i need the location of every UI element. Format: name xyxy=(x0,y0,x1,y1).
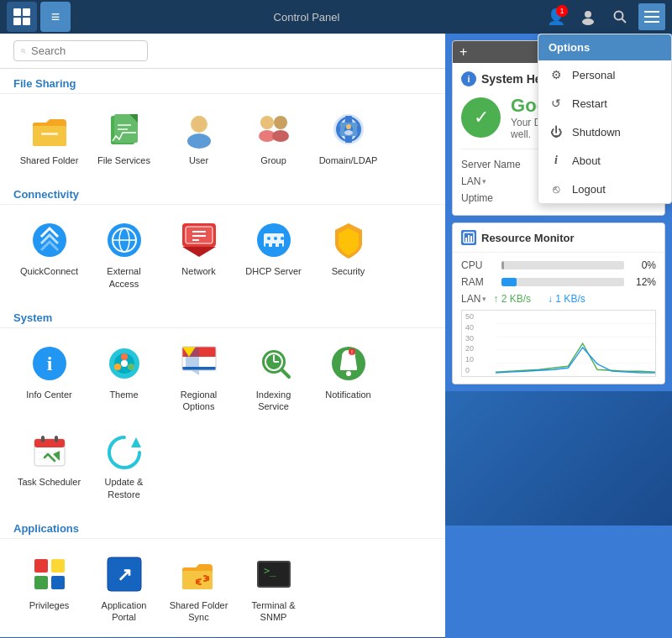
notification-icon[interactable]: 👤 1 xyxy=(543,3,570,30)
options-shutdown[interactable]: ⏻ Shutdown xyxy=(538,118,671,146)
user-icon[interactable] xyxy=(575,3,601,30)
icon-terminal[interactable]: >_ Terminal & SNMP xyxy=(238,546,309,630)
svg-text:>_: >_ xyxy=(264,565,276,577)
cpu-pct: 0% xyxy=(631,259,656,271)
icon-shared-folder[interactable]: Shared Folder xyxy=(13,101,85,173)
svg-point-2 xyxy=(615,12,623,20)
health-title-icon: i xyxy=(461,71,476,86)
svg-text:↗: ↗ xyxy=(117,564,132,585)
applications-grid: Privileges ↗ Application Portal xyxy=(0,539,445,637)
privileges-label: Privileges xyxy=(29,599,70,611)
options-about[interactable]: i About xyxy=(538,146,671,175)
icon-dhcp[interactable]: DHCP Server xyxy=(238,212,309,296)
svg-text:i: i xyxy=(46,353,52,374)
svg-point-0 xyxy=(585,11,591,18)
user-label: User xyxy=(189,154,208,166)
svg-rect-4 xyxy=(644,11,659,13)
lan-monitor-chevron: ▾ xyxy=(482,295,486,303)
icon-update[interactable]: Update & Restore xyxy=(88,422,160,507)
svg-rect-6 xyxy=(644,21,659,23)
svg-marker-41 xyxy=(182,247,216,257)
connectivity-grid: QuickConnect External Access xyxy=(0,205,445,303)
svg-rect-16 xyxy=(118,128,128,130)
lan-link[interactable]: LAN ▾ xyxy=(461,175,486,187)
lan-down: ↓ 1 KB/s xyxy=(548,293,585,305)
terminal-label: Terminal & SNMP xyxy=(241,599,306,624)
icon-group[interactable]: Group xyxy=(238,101,309,173)
lan-up: ↑ 2 KB/s xyxy=(493,293,531,305)
gear-icon: ⚙ xyxy=(549,67,564,82)
cpu-bar-bg xyxy=(501,261,624,269)
panel-add-btn[interactable]: + xyxy=(459,44,467,60)
svg-rect-50 xyxy=(272,243,276,248)
svg-point-20 xyxy=(196,127,202,132)
section-file-sharing: File Sharing xyxy=(0,69,445,94)
svg-point-52 xyxy=(267,237,270,240)
indexing-label: Indexing Service xyxy=(241,389,306,413)
svg-point-1 xyxy=(582,18,594,25)
control-panel: File Sharing Shared Folder xyxy=(0,34,445,638)
theme-label: Theme xyxy=(109,389,138,400)
resource-header: Resource Monitor xyxy=(453,223,664,253)
lan-monitor-link[interactable]: LAN ▾ xyxy=(461,293,486,305)
icon-file-services[interactable]: File Services xyxy=(88,101,160,173)
svg-point-24 xyxy=(272,130,289,142)
health-check-icon: ✓ xyxy=(461,97,501,138)
options-restart[interactable]: ↺ Restart xyxy=(538,89,671,118)
icon-user[interactable]: User xyxy=(163,101,234,173)
svg-rect-10 xyxy=(33,126,66,146)
search-icon[interactable] xyxy=(606,3,633,30)
cp-header xyxy=(0,34,445,69)
svg-rect-101 xyxy=(465,238,467,242)
icon-network[interactable]: Network xyxy=(163,212,234,296)
options-personal[interactable]: ⚙ Personal xyxy=(538,60,671,89)
svg-text:!: ! xyxy=(351,349,353,355)
taskbar-apps-button[interactable] xyxy=(7,2,37,32)
svg-point-54 xyxy=(281,237,284,240)
ram-row: RAM 12% xyxy=(461,276,656,288)
icon-external-access[interactable]: External Access xyxy=(88,212,160,296)
icon-app-portal[interactable]: ↗ Application Portal xyxy=(88,546,160,630)
network-chart: 50 40 30 20 10 0 xyxy=(461,310,656,377)
icon-privileges[interactable]: Privileges xyxy=(13,546,85,630)
ram-pct: 12% xyxy=(631,276,656,288)
svg-rect-49 xyxy=(265,243,269,248)
options-icon[interactable] xyxy=(638,3,665,30)
resource-monitor-panel: Resource Monitor CPU 0% RAM 12% xyxy=(452,222,665,384)
svg-point-23 xyxy=(274,116,287,129)
icon-folder-sync[interactable]: Shared Folder Sync xyxy=(163,546,234,630)
external-access-label: External Access xyxy=(92,265,156,290)
svg-point-60 xyxy=(128,363,134,370)
options-logout[interactable]: ⎋ Logout xyxy=(538,175,671,203)
cpu-bar xyxy=(501,261,504,269)
options-header: Options xyxy=(538,34,671,60)
search-input[interactable] xyxy=(31,44,140,57)
network-label: Network xyxy=(181,265,215,277)
search-box[interactable] xyxy=(13,40,148,61)
svg-line-8 xyxy=(24,51,26,53)
lan-chevron: ▾ xyxy=(482,177,486,186)
logout-icon: ⎋ xyxy=(549,181,564,196)
power-icon: ⏻ xyxy=(549,124,564,139)
restart-icon: ↺ xyxy=(549,96,564,111)
file-sharing-grid: Shared Folder File Services xyxy=(0,94,445,180)
regional-label: Regional Options xyxy=(166,389,231,413)
icon-theme[interactable]: Theme xyxy=(88,335,160,420)
icon-scheduler[interactable]: Task Scheduler xyxy=(13,422,85,507)
svg-rect-86 xyxy=(34,559,48,573)
section-applications: Applications xyxy=(0,514,445,539)
svg-point-18 xyxy=(187,133,211,149)
taskbar-title: Control Panel xyxy=(77,11,536,24)
icon-regional[interactable]: Regional Options xyxy=(163,335,234,420)
icon-security[interactable]: Security xyxy=(312,212,384,296)
icon-indexing[interactable]: Indexing Service xyxy=(238,335,309,420)
icon-notification[interactable]: ! Notification xyxy=(312,335,384,420)
icon-info-center[interactable]: i Info Center xyxy=(13,335,85,420)
ram-bar xyxy=(501,278,517,286)
icon-quickconnect[interactable]: QuickConnect xyxy=(13,212,85,296)
info-center-label: Info Center xyxy=(26,389,71,400)
icon-domain[interactable]: Domain/LDAP xyxy=(312,101,384,173)
svg-point-76 xyxy=(346,371,351,376)
taskbar-control-panel-button[interactable]: ≡ xyxy=(40,2,71,32)
resource-icon xyxy=(461,230,476,245)
